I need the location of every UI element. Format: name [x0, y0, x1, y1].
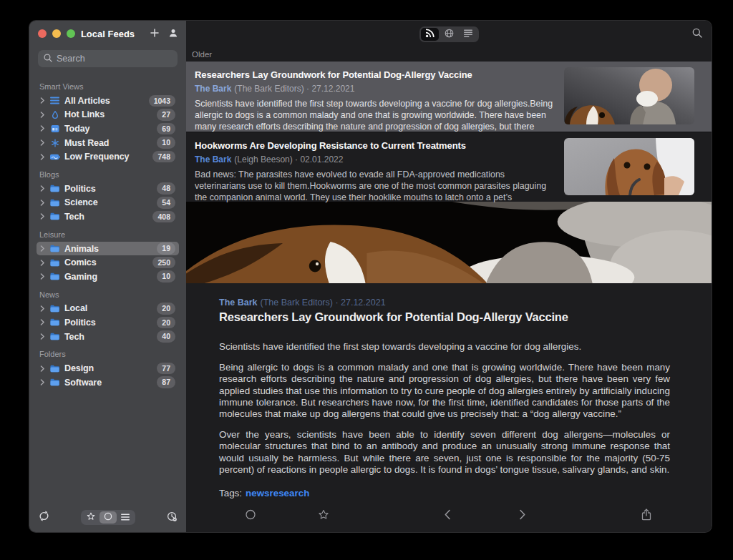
- read-later-button[interactable]: [167, 511, 177, 524]
- sidebar-item-news-politics[interactable]: Politics 20: [37, 315, 179, 330]
- tag-link[interactable]: newsresearch: [246, 488, 309, 498]
- chevron-right-icon[interactable]: [40, 185, 45, 192]
- article-reader: The Bark(The Bark Editors) · 27.12.2021 …: [186, 283, 712, 498]
- article-hero-image: [186, 202, 712, 283]
- close-window-button[interactable]: [38, 29, 47, 38]
- article-title: Researchers Lay Groundwork for Potential…: [195, 69, 554, 80]
- starred-filter-button[interactable]: [82, 511, 99, 524]
- sidebar-item-leisure-gaming[interactable]: Gaming 10: [37, 270, 179, 284]
- unread-count-badge: 250: [152, 257, 175, 269]
- app-window: Local Feeds Smart Views All Articles 104…: [29, 20, 712, 533]
- chevron-right-icon[interactable]: [40, 260, 45, 266]
- sidebar-item-leisure-animals[interactable]: Animals 19: [37, 242, 179, 256]
- unread-count-badge: 19: [157, 242, 175, 255]
- refresh-button[interactable]: [39, 511, 49, 524]
- circle-icon: [104, 512, 112, 523]
- previous-article-button[interactable]: [445, 509, 451, 522]
- folder-icon: [49, 272, 60, 280]
- refresh-icon: [39, 511, 49, 524]
- section-header: Blogs: [39, 170, 176, 179]
- chevron-right-icon[interactable]: [40, 154, 45, 160]
- chevron-right-icon[interactable]: [40, 213, 45, 220]
- feed-tree: Smart Views All Articles 1043 Hot Links …: [29, 73, 186, 502]
- chevron-right-icon: [520, 509, 526, 522]
- sidebar-item-news-local[interactable]: Local 20: [37, 302, 179, 316]
- chevron-right-icon[interactable]: [40, 200, 45, 206]
- reader-author-date: (The Bark Editors) · 27.12.2021: [261, 298, 386, 308]
- article-title: Hookworms Are Developing Resistance to C…: [195, 140, 554, 151]
- sidebar-item-hot-links[interactable]: Hot Links 27: [37, 108, 179, 122]
- article-thumbnail: [564, 138, 694, 195]
- reader-tags: Tags:newsresearch: [219, 488, 670, 498]
- sidebar-item-must-read[interactable]: Must Read 10: [37, 136, 179, 150]
- unread-filter-button[interactable]: [99, 511, 117, 524]
- zoom-window-button[interactable]: [67, 29, 75, 38]
- chevron-right-icon[interactable]: [40, 125, 45, 132]
- chevron-right-icon[interactable]: [40, 139, 45, 146]
- star-article-button[interactable]: [319, 509, 329, 522]
- search-articles-button[interactable]: [692, 28, 702, 40]
- unread-count-badge: 20: [157, 303, 175, 315]
- folder-icon: [49, 259, 60, 267]
- sidebar-item-label: Animals: [64, 244, 99, 254]
- list-lines-icon: [49, 96, 60, 105]
- chevron-right-icon[interactable]: [40, 305, 45, 312]
- sidebar-item-blogs-science[interactable]: Science 54: [37, 196, 179, 210]
- minimize-window-button[interactable]: [52, 29, 61, 38]
- chevron-right-icon[interactable]: [40, 273, 45, 280]
- unread-count-badge: 54: [157, 197, 175, 209]
- sidebar-item-blogs-tech[interactable]: Tech 408: [37, 210, 179, 224]
- search-icon: [692, 28, 702, 40]
- sidebar-item-low-frequency[interactable]: Low Frequency 748: [37, 149, 179, 164]
- sidebar-item-label: Hot Links: [64, 109, 105, 119]
- star-icon: [319, 509, 329, 522]
- next-article-button[interactable]: [520, 509, 526, 522]
- sidebar-search: [38, 50, 178, 67]
- section-header: Smart Views: [39, 82, 176, 91]
- toggle-unread-button[interactable]: [246, 509, 256, 522]
- unread-count-badge: 10: [157, 270, 175, 283]
- sidebar-item-today[interactable]: Today 69: [37, 122, 179, 136]
- share-icon: [641, 509, 651, 523]
- unread-count-badge: 20: [157, 317, 175, 329]
- feed-name-link[interactable]: The Bark: [195, 84, 231, 94]
- sidebar-item-news-tech[interactable]: Tech 40: [37, 330, 179, 344]
- all-filter-button[interactable]: [117, 511, 134, 524]
- sidebar-item-all-articles[interactable]: All Articles 1043: [37, 94, 179, 108]
- article-list-item[interactable]: Researchers Lay Groundwork for Potential…: [186, 62, 712, 132]
- sidebar-item-folders-software[interactable]: Software 87: [37, 375, 179, 390]
- article-list-item[interactable]: Hookworms Are Developing Resistance to C…: [186, 132, 712, 202]
- chevron-right-icon[interactable]: [40, 365, 45, 372]
- web-view-button[interactable]: [440, 28, 458, 41]
- sidebar-item-leisure-comics[interactable]: Comics 250: [37, 255, 179, 270]
- chevron-right-icon[interactable]: [40, 333, 45, 340]
- unread-count-badge: 408: [152, 211, 175, 223]
- reader-paragraph: Scientists have identified the first ste…: [219, 341, 670, 353]
- reader-paragraph: Over the years, scientists have been abl…: [219, 429, 670, 476]
- person-icon: [169, 29, 178, 39]
- chevron-right-icon[interactable]: [40, 319, 45, 325]
- sidebar-item-label: Tech: [64, 212, 84, 222]
- article-author-date: (The Bark Editors) · 27.12.2021: [234, 84, 354, 94]
- feed-name-link[interactable]: The Bark: [195, 154, 231, 164]
- share-button[interactable]: [641, 509, 651, 523]
- text-lines-icon: [464, 29, 472, 39]
- feed-name-link[interactable]: The Bark: [219, 298, 258, 308]
- rss-view-button[interactable]: [421, 28, 439, 41]
- add-feed-button[interactable]: [150, 29, 159, 39]
- chevron-right-icon[interactable]: [40, 112, 45, 118]
- chevron-right-icon[interactable]: [40, 245, 45, 252]
- sidebar-item-folders-design[interactable]: Design 77: [37, 361, 179, 375]
- circle-icon: [246, 509, 256, 522]
- sidebar-item-blogs-politics[interactable]: Politics 48: [37, 182, 179, 196]
- text-view-button[interactable]: [460, 28, 477, 41]
- chevron-right-icon[interactable]: [40, 379, 45, 385]
- article-summary: Bad news: The parasites have evolved to …: [195, 169, 554, 203]
- battery-icon: [49, 153, 60, 161]
- search-input[interactable]: [57, 54, 172, 64]
- folder-icon: [49, 199, 60, 207]
- chevron-right-icon[interactable]: [40, 97, 45, 104]
- sidebar-item-label: All Articles: [64, 96, 110, 106]
- account-button[interactable]: [169, 29, 178, 39]
- folder-icon: [49, 245, 60, 252]
